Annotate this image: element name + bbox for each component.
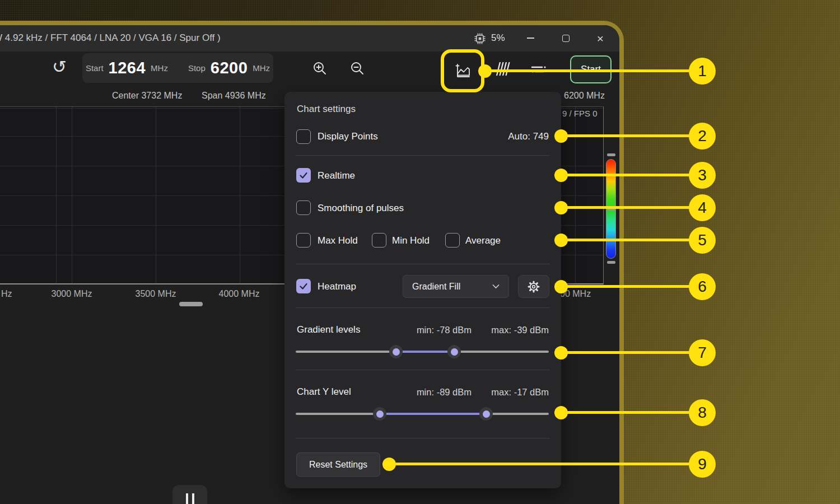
x-axis-tick-3500: 3500 MHz — [136, 289, 176, 299]
waterfall-view-button[interactable] — [492, 60, 510, 78]
status-bar-text: W 4.92 kHz / FFT 4064 / LNA 20 / VGA 16 … — [0, 32, 221, 44]
points-fps-status: 9 / FPS 0 — [562, 109, 598, 118]
chart-y-max-value: max: -17 dBm — [491, 387, 549, 398]
callout-line-8 — [560, 411, 691, 414]
callout-line-2 — [560, 134, 691, 137]
callout-dot-9 — [382, 458, 396, 471]
smoothing-checkbox[interactable] — [296, 200, 311, 215]
gear-icon — [527, 280, 540, 293]
gradient-levels-slider[interactable] — [296, 351, 549, 353]
x-axis-tick-4000: 4000 MHz — [219, 289, 260, 299]
callout-circle-7: 7 — [689, 339, 716, 366]
callout-line-5 — [560, 239, 691, 241]
start-freq-value[interactable]: 1264 — [109, 59, 146, 77]
cpu-icon — [473, 32, 487, 45]
callout-line-7 — [560, 351, 691, 354]
callout-dot-3 — [554, 169, 568, 182]
gradient-max-handle[interactable] — [607, 153, 615, 156]
smoothing-label: Smoothing of pulses — [318, 203, 404, 214]
zoom-out-button[interactable] — [349, 60, 366, 77]
start-freq-unit: MHz — [151, 63, 168, 73]
callout-dot-1 — [478, 64, 492, 78]
gradient-min-handle[interactable] — [607, 261, 615, 264]
gradient-slider-min-handle[interactable] — [389, 345, 403, 358]
chart-y-level-slider[interactable] — [296, 413, 549, 415]
callout-circle-1: 1 — [689, 58, 716, 85]
undo-icon: ↺ — [52, 57, 67, 77]
stop-frequency-label: 6200 MHz — [564, 91, 605, 101]
max-hold-label: Max Hold — [318, 235, 358, 246]
callout-dot-5 — [554, 234, 568, 247]
stop-freq-value[interactable]: 6200 — [211, 59, 248, 77]
checkmark-icon — [298, 170, 309, 180]
waterfall-icon — [492, 60, 510, 78]
splitter-drag-handle[interactable] — [179, 302, 203, 306]
stop-freq-unit: MHz — [253, 63, 270, 73]
zoom-in-button[interactable] — [311, 60, 328, 77]
divider — [296, 307, 550, 308]
close-icon: × — [597, 32, 604, 44]
callout-circle-9: 9 — [689, 451, 716, 478]
screenshot-stage: W 4.92 kHz / FFT 4064 / LNA 20 / VGA 16 … — [0, 0, 840, 504]
undo-zoom-button[interactable]: ↺ — [49, 57, 69, 79]
center-frequency-label: Center 3732 MHz — [112, 91, 182, 101]
callout-line-9 — [388, 463, 691, 465]
gradient-min-value: min: -78 dBm — [417, 325, 472, 335]
callout-circle-6: 6 — [689, 273, 716, 300]
heatmap-mode-dropdown[interactable]: Gradient Fill — [403, 275, 509, 298]
maximize-icon — [562, 35, 570, 42]
min-hold-checkbox[interactable] — [372, 233, 386, 248]
divider — [296, 264, 550, 264]
gradient-slider-max-handle[interactable] — [447, 345, 461, 358]
frequency-range-box[interactable]: Start 1264 MHz Stop 6200 MHz — [82, 53, 273, 83]
panel-title: Chart settings — [297, 104, 356, 115]
heatmap-checkbox[interactable] — [296, 279, 311, 293]
min-hold-label: Min Hold — [392, 235, 430, 246]
divider — [296, 438, 550, 438]
callout-dot-8 — [554, 406, 568, 419]
title-bar: W 4.92 kHz / FFT 4064 / LNA 20 / VGA 16 … — [0, 25, 619, 52]
pause-button[interactable] — [172, 485, 207, 504]
callout-line-1 — [484, 69, 691, 72]
gradient-max-value: max: -39 dBm — [491, 325, 549, 335]
average-label: Average — [465, 235, 501, 246]
close-button[interactable]: × — [591, 30, 610, 46]
chart-y-slider-min-handle[interactable] — [373, 407, 386, 421]
chart-y-slider-max-handle[interactable] — [479, 407, 493, 421]
chart-y-level-label: Chart Y level — [297, 386, 351, 398]
cpu-usage-value: 5% — [491, 32, 505, 44]
average-checkbox[interactable] — [445, 233, 460, 248]
minimize-button[interactable] — [521, 30, 540, 46]
heatmap-settings-button[interactable] — [518, 275, 549, 298]
checkmark-icon — [298, 281, 309, 291]
start-freq-label: Start — [86, 63, 104, 73]
divider — [296, 155, 550, 156]
x-axis-tick-partial-left: Hz — [1, 289, 12, 299]
gradient-levels-label: Gradient levels — [297, 324, 360, 335]
realtime-checkbox[interactable] — [296, 168, 311, 183]
heatmap-label: Heatmap — [318, 281, 356, 292]
callout-dot-2 — [554, 129, 568, 143]
callout-dot-4 — [554, 201, 568, 214]
callout-circle-8: 8 — [689, 399, 716, 426]
zoom-in-icon — [312, 60, 328, 76]
callout-dot-7 — [554, 346, 568, 360]
chart-y-slider-range — [380, 413, 486, 415]
max-hold-checkbox[interactable] — [296, 233, 311, 248]
callout-circle-3: 3 — [689, 162, 716, 189]
divider — [296, 370, 550, 370]
callout-line-4 — [560, 206, 691, 209]
maximize-button[interactable] — [556, 30, 575, 46]
realtime-label: Realtime — [318, 170, 355, 181]
display-points-checkbox[interactable] — [296, 129, 311, 144]
display-points-auto-value: Auto: 749 — [508, 131, 549, 142]
display-points-label: Display Points — [318, 131, 378, 142]
reset-settings-button[interactable]: Reset Settings — [296, 452, 380, 477]
callout-line-3 — [560, 174, 691, 176]
pause-icon — [186, 493, 188, 504]
chart-settings-panel: Chart settings Display Points Auto: 749 … — [284, 92, 561, 488]
reset-settings-label: Reset Settings — [309, 460, 367, 470]
x-axis-tick-3000: 3000 MHz — [52, 289, 92, 299]
callout-dot-6 — [554, 280, 568, 293]
chevron-down-icon — [492, 284, 500, 289]
